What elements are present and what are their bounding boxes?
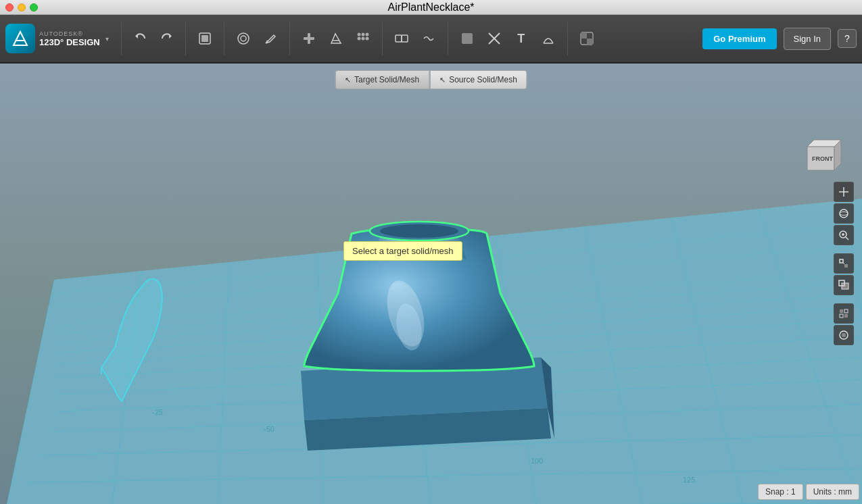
tooltip-text: Select a target solid/mesh — [352, 246, 454, 256]
solid-button[interactable] — [455, 26, 479, 51]
svg-point-9 — [357, 33, 360, 36]
undo-redo-group — [128, 26, 178, 51]
divider-3 — [224, 22, 224, 55]
svg-rect-16 — [402, 35, 408, 42]
divider-7 — [567, 22, 568, 55]
svg-point-13 — [361, 37, 364, 41]
grid-label-x1: -25 — [152, 408, 163, 416]
main-toolbar: AUTODESK® 123D° DESIGN ▾ — [0, 15, 862, 64]
snap-button[interactable] — [416, 26, 441, 51]
snap-status[interactable]: Snap : 1 — [758, 484, 803, 500]
maximize-button[interactable] — [30, 3, 38, 11]
svg-rect-76 — [844, 264, 848, 268]
product-label: 123D° DESIGN — [39, 37, 100, 47]
nav-cube-svg: FRONT — [797, 130, 851, 184]
svg-point-11 — [365, 33, 368, 36]
svg-point-85 — [842, 333, 846, 337]
source-label: Source Solid/Mesh — [449, 75, 517, 84]
divider-6 — [448, 22, 448, 55]
grid-label-x3: 100 — [531, 457, 543, 465]
grid-canvas: -25 -50 100 125 150 — [0, 64, 862, 504]
fit-view-button[interactable] — [834, 182, 854, 202]
svg-rect-3 — [201, 35, 208, 42]
signin-button[interactable]: Sign In — [784, 28, 831, 50]
grid-label-x4: 125 — [683, 476, 695, 484]
logo-text: AUTODESK® 123D° DESIGN — [39, 30, 100, 47]
svg-rect-22 — [581, 32, 587, 39]
viewport[interactable]: -25 -50 100 125 150 ↖ Target Solid/Mesh … — [0, 64, 862, 504]
divider-2 — [185, 22, 186, 55]
svg-rect-7 — [308, 33, 310, 44]
svg-point-69 — [840, 209, 848, 218]
view-mode-button[interactable] — [834, 303, 854, 324]
divider-1 — [121, 22, 122, 55]
svg-rect-23 — [587, 39, 593, 45]
boolean-button[interactable] — [482, 26, 506, 51]
modify-button[interactable] — [324, 26, 348, 51]
window-title: AirPlantNecklace* — [387, 1, 474, 14]
logo-icon — [5, 24, 35, 53]
logo-dropdown-icon[interactable]: ▾ — [105, 35, 109, 43]
close-button[interactable] — [5, 3, 14, 11]
operation-toolbar: ↖ Target Solid/Mesh ↖ Source Solid/Mesh — [335, 70, 527, 89]
undo-button[interactable] — [128, 26, 153, 51]
pattern-button[interactable] — [351, 26, 375, 51]
construct-button[interactable] — [297, 26, 321, 51]
target-solid-button[interactable]: ↖ Target Solid/Mesh — [335, 70, 429, 89]
measure-button[interactable] — [536, 26, 560, 51]
tooltip: Select a target solid/mesh — [343, 241, 462, 261]
help-button[interactable]: ? — [838, 29, 857, 48]
target-label: Target Solid/Mesh — [354, 75, 419, 84]
logo-area[interactable]: AUTODESK® 123D° DESIGN ▾ — [5, 24, 109, 53]
perspective-button[interactable] — [834, 275, 854, 295]
svg-point-70 — [840, 212, 848, 216]
text-button[interactable]: T — [509, 26, 533, 51]
material-button[interactable] — [575, 26, 599, 51]
redo-button[interactable] — [154, 26, 178, 51]
zoom-extent-button[interactable] — [834, 253, 854, 274]
svg-text:FRONT: FRONT — [812, 155, 833, 162]
premium-button[interactable]: Go Premium — [702, 28, 776, 49]
svg-line-72 — [846, 237, 848, 240]
divider-5 — [382, 22, 383, 55]
status-bar: Snap : 1 Units : mm — [758, 484, 862, 504]
svg-rect-83 — [844, 314, 848, 318]
primitives-button[interactable] — [193, 26, 217, 51]
pencil-button[interactable] — [258, 26, 283, 51]
grid-label-x2: -50 — [264, 425, 274, 433]
svg-rect-75 — [840, 259, 843, 263]
minimize-button[interactable] — [18, 3, 26, 11]
svg-rect-80 — [840, 309, 843, 313]
autodesk-label: AUTODESK® — [39, 30, 100, 37]
zoom-button[interactable] — [834, 225, 854, 245]
sketch-button[interactable] — [231, 26, 256, 51]
material-view-button[interactable] — [834, 325, 854, 345]
nav-cube[interactable]: FRONT — [797, 130, 844, 177]
svg-point-10 — [361, 33, 364, 36]
right-controls — [834, 182, 854, 345]
svg-rect-81 — [844, 309, 848, 313]
traffic-lights — [5, 3, 38, 11]
svg-line-77 — [843, 263, 844, 264]
cursor-icon: ↖ — [345, 76, 351, 84]
svg-point-4 — [238, 33, 249, 44]
svg-point-14 — [365, 37, 368, 41]
svg-point-12 — [357, 37, 360, 41]
orbit-button[interactable] — [834, 203, 854, 224]
svg-rect-17 — [462, 33, 473, 44]
divider-4 — [289, 22, 290, 55]
text-icon: T — [517, 32, 525, 46]
rc-sep-1 — [834, 247, 854, 252]
title-bar: AirPlantNecklace* — [0, 0, 862, 15]
source-solid-button[interactable]: ↖ Source Solid/Mesh — [429, 70, 527, 89]
group-button[interactable] — [389, 26, 414, 51]
svg-rect-82 — [840, 314, 843, 318]
svg-point-5 — [241, 36, 246, 41]
svg-point-61 — [380, 224, 458, 238]
cursor-icon-2: ↖ — [439, 76, 446, 84]
units-status[interactable]: Units : mm — [806, 484, 859, 500]
rc-sep-2 — [834, 297, 854, 302]
svg-rect-15 — [396, 35, 402, 42]
